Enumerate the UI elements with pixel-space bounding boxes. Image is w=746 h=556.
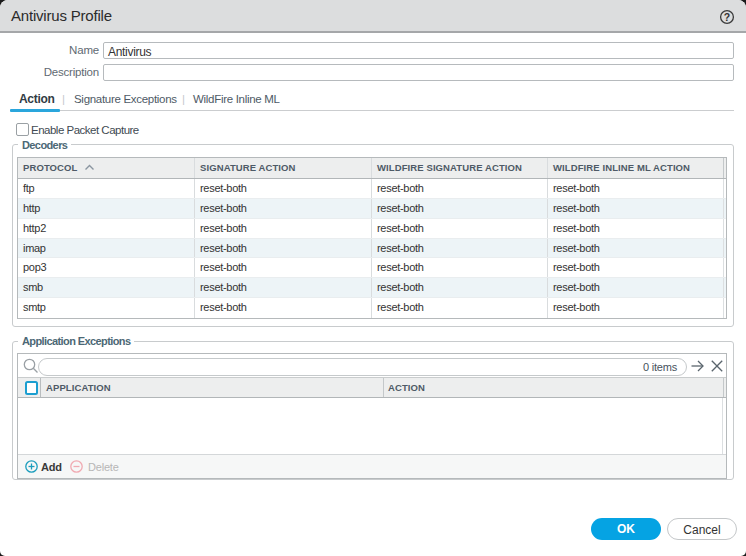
svg-text:?: ? [724, 11, 730, 23]
